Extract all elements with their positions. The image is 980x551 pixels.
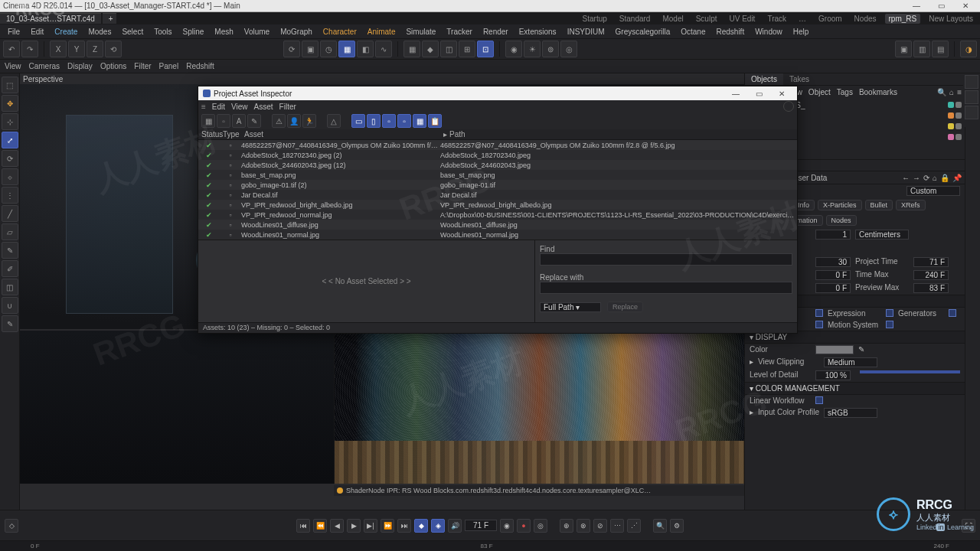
view-large-icon[interactable]: ▫ xyxy=(397,114,411,128)
render-frame-button[interactable]: ⟳ xyxy=(283,41,300,57)
copy-to-project-icon[interactable]: 📋 xyxy=(428,114,442,128)
camera-button[interactable]: ◉ xyxy=(505,41,522,57)
scale-unit[interactable]: Centimeters xyxy=(855,230,909,240)
col-path[interactable]: Path xyxy=(446,129,797,139)
goto-start-button[interactable]: ⏮ xyxy=(296,519,310,533)
toggle-layers[interactable] xyxy=(815,309,823,317)
vp-menu-cameras[interactable]: Cameras xyxy=(29,62,60,70)
environment-button[interactable]: ⊚ xyxy=(542,41,559,57)
dialog-menu-asset[interactable]: Asset xyxy=(254,103,273,111)
layout-more[interactable]: … xyxy=(795,14,810,24)
dialog-menu-filter[interactable]: Filter xyxy=(279,103,296,111)
col-type[interactable]: Type xyxy=(220,129,241,139)
menu-window[interactable]: Window xyxy=(750,26,787,37)
points-tool[interactable]: ⋮ xyxy=(2,187,18,204)
obj-menu-bookmarks[interactable]: Bookmarks xyxy=(859,88,897,96)
scale-key-button[interactable]: ⊗ xyxy=(577,519,590,533)
undo-button[interactable]: ↶ xyxy=(3,41,20,57)
snap-button[interactable]: ⊡ xyxy=(477,41,494,57)
home-icon[interactable]: ⌂ xyxy=(949,88,954,96)
menu-gsg[interactable]: Greyscalegorilla xyxy=(611,26,675,37)
toggle-motion[interactable] xyxy=(886,321,893,328)
pill-xrefs[interactable]: XRefs xyxy=(896,200,926,210)
lock-icon[interactable]: 🔒 xyxy=(940,174,949,182)
view-small-icon[interactable]: ▯ xyxy=(367,114,381,128)
goto-end-button[interactable]: ⏭ xyxy=(397,519,411,533)
filter-icon[interactable]: ≡ xyxy=(957,88,962,96)
render-region-button[interactable]: ▣ xyxy=(302,41,318,57)
menu-help[interactable]: Help xyxy=(789,26,814,37)
layout-new[interactable]: New Layouts xyxy=(925,14,977,24)
tab-takes[interactable]: Takes xyxy=(783,73,815,85)
polygons-tool[interactable]: ▱ xyxy=(2,223,18,240)
menu-character[interactable]: Character xyxy=(318,26,361,37)
generator-button[interactable]: ▦ xyxy=(403,41,420,57)
asset-table[interactable]: ✔▫468522257@N07_4408416349_Olympus OM Zu… xyxy=(198,140,797,240)
render-settings-button[interactable]: ◷ xyxy=(320,41,337,57)
obj-menu-object[interactable]: Object xyxy=(808,88,831,96)
axis-x[interactable]: X xyxy=(50,41,67,57)
uv-tool[interactable]: ◫ xyxy=(2,279,18,295)
filter-scenes-icon[interactable]: ▫ xyxy=(217,114,230,128)
layout-standard[interactable]: Standard xyxy=(616,14,655,24)
keyframe-options-button[interactable]: ◎ xyxy=(534,519,547,533)
spline-button[interactable]: ∿ xyxy=(375,41,392,57)
project-time-value[interactable]: 71 F xyxy=(913,257,949,267)
view-medium-icon[interactable]: ▫ xyxy=(382,114,396,128)
eyedropper-icon[interactable]: ✎ xyxy=(858,345,864,354)
home-icon[interactable]: ⌂ xyxy=(933,174,937,182)
asset-row[interactable]: ✔▫AdobeStock_244602043.jpeg (12)AdobeSto… xyxy=(198,160,797,170)
filter-textures-icon[interactable]: ▦ xyxy=(201,114,215,128)
interactive-render-button[interactable]: ▦ xyxy=(338,41,355,57)
replace-input[interactable] xyxy=(540,282,792,294)
layout-nodes[interactable]: Nodes xyxy=(851,14,880,24)
sound-button[interactable]: 🔊 xyxy=(448,519,462,533)
link-icon[interactable]: ✎ xyxy=(247,114,261,128)
coords-manager-icon[interactable] xyxy=(965,106,978,119)
asset-row[interactable]: ✔▫468522257@N07_4408416349_Olympus OM Zu… xyxy=(198,140,797,150)
menu-redshift[interactable]: Redshift xyxy=(711,26,749,37)
refresh-icon[interactable]: ⟳ xyxy=(923,174,929,182)
rot-key-button[interactable]: ⊘ xyxy=(593,519,607,533)
tab-objects[interactable]: Objects xyxy=(745,73,783,85)
pla-key-button[interactable]: ⋰ xyxy=(627,519,641,533)
menu-insydium[interactable]: INSYDIUM xyxy=(563,26,609,37)
filter-fonts-icon[interactable]: A xyxy=(232,114,246,128)
color-swatch[interactable] xyxy=(815,345,854,354)
menu-tracker[interactable]: Tracker xyxy=(442,26,477,37)
asset-row[interactable]: ✔▫VP_IPR_redwood_normal.jpgA:\Dropbox\00… xyxy=(198,210,797,220)
move-tool[interactable]: ✥ xyxy=(2,95,18,112)
dialog-minimize-button[interactable]: — xyxy=(725,90,746,98)
fullscreen-button[interactable]: ⛶ xyxy=(962,519,975,533)
layout-groom[interactable]: Groom xyxy=(815,14,846,24)
section-colormgmt[interactable]: ▾ COLOR MANAGEMENT xyxy=(745,382,965,395)
lod-value[interactable]: 100 % xyxy=(815,370,851,380)
takes-button[interactable]: ▤ xyxy=(932,41,949,57)
play-button[interactable]: ▶ xyxy=(347,519,361,533)
layout-active[interactable]: rpm_RS xyxy=(885,14,921,24)
close-button[interactable]: ✕ xyxy=(954,2,977,10)
layout-sculpt[interactable]: Sculpt xyxy=(692,14,721,24)
dialog-menu-edit[interactable]: Edit xyxy=(212,103,225,111)
toggle-expression[interactable] xyxy=(886,309,893,317)
asset-row[interactable]: ✔▫AdobeStock_182702340.jpeg (2)AdobeStoc… xyxy=(198,150,797,160)
col-status[interactable]: Status xyxy=(198,129,220,139)
vp-menu-panel[interactable]: Panel xyxy=(159,62,179,70)
toggle-generators[interactable] xyxy=(949,309,956,317)
layout-startup[interactable]: Startup xyxy=(579,14,611,24)
maximize-button[interactable]: ▭ xyxy=(929,2,952,10)
asset-row[interactable]: ✔▫WoodLines01_diffuse.jpgWoodLines01_dif… xyxy=(198,220,797,230)
menu-octane[interactable]: Octane xyxy=(676,26,710,37)
render-queue-button[interactable]: ▥ xyxy=(913,41,930,57)
relink-icon[interactable]: △ xyxy=(327,114,341,128)
layer-manager-icon[interactable] xyxy=(965,90,978,104)
custom-dropdown[interactable]: Custom xyxy=(906,186,960,196)
layout-model[interactable]: Model xyxy=(658,14,687,24)
dialog-titlebar[interactable]: Project Asset Inspector — ▭ ✕ xyxy=(198,86,797,100)
find-input[interactable] xyxy=(540,253,792,266)
dialog-close-button[interactable]: ✕ xyxy=(771,90,792,98)
menu-render[interactable]: Render xyxy=(479,26,513,37)
modeling-tool[interactable]: ✎ xyxy=(2,242,18,259)
toggle-deformers[interactable] xyxy=(815,321,823,328)
next-frame-button[interactable]: ▶| xyxy=(364,519,377,533)
